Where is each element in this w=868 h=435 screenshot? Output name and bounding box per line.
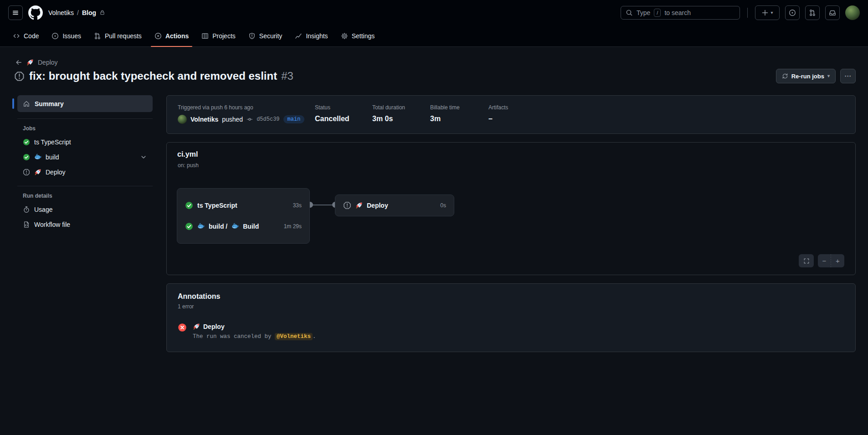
usage-label: Usage (34, 206, 52, 213)
annotation-job[interactable]: Deploy (193, 323, 316, 330)
commit-link[interactable]: d5d5c39 (257, 116, 279, 123)
slash-key-hint: / (654, 9, 661, 17)
workflow-file-label: Workflow file (34, 221, 70, 228)
actor-avatar[interactable] (178, 115, 187, 124)
check-circle-icon (23, 154, 30, 161)
graph-node-deploy[interactable]: Deploy 0s (335, 195, 454, 216)
run-number: #3 (281, 69, 293, 83)
tab-security[interactable]: Security (242, 25, 289, 46)
issues-dashboard-button[interactable] (785, 5, 800, 20)
github-logo[interactable] (28, 5, 43, 20)
rerun-jobs-button[interactable]: Re-run jobs ▾ (776, 69, 836, 83)
tab-label: Settings (352, 32, 375, 40)
stopwatch-icon (23, 206, 30, 213)
sidebar-item-usage[interactable]: Usage (14, 202, 153, 217)
pull-requests-dashboard-button[interactable] (805, 5, 820, 20)
tab-label: Pull requests (105, 32, 142, 40)
fit-to-view-button[interactable] (799, 254, 814, 267)
stop-circle-icon (23, 169, 30, 176)
zoom-out-button[interactable]: − (818, 254, 831, 267)
rocket-icon (26, 59, 34, 66)
check-circle-icon (23, 138, 30, 146)
sidebar-item-summary[interactable]: Summary (17, 95, 153, 112)
run-details-section-label: Run details (23, 193, 153, 199)
graph-node-typescript[interactable]: ts TypeScript 33s (177, 195, 309, 216)
header-divider (747, 8, 748, 18)
job-name: ts TypeScript (34, 138, 71, 146)
tab-label: Insights (306, 32, 328, 40)
user-avatar[interactable] (845, 5, 860, 20)
annotations-title: Annotations (178, 292, 844, 301)
issue-opened-icon (51, 32, 59, 40)
tab-actions[interactable]: Actions (148, 25, 195, 46)
chevron-down-icon[interactable] (140, 154, 147, 161)
run-summary-card: Triggered via push 6 hours ago Volnetiks… (166, 95, 856, 134)
stat-value: 3m 0s (372, 115, 430, 123)
sidebar-job-deploy[interactable]: Deploy (14, 164, 153, 179)
tab-code[interactable]: Code (6, 25, 45, 46)
projects-table-icon (201, 32, 209, 40)
stat-value: Cancelled (315, 115, 372, 123)
caret-down-icon: ▾ (827, 74, 830, 78)
repo-name-link[interactable]: Blog (82, 9, 96, 16)
stop-circle-icon (343, 201, 351, 210)
whale-icon (34, 154, 41, 161)
repo-breadcrumb: Volnetiks / Blog (48, 9, 105, 16)
tab-settings[interactable]: Settings (334, 25, 381, 46)
user-mention[interactable]: @Volnetiks (275, 333, 313, 340)
rocket-icon (193, 323, 200, 330)
actor-link[interactable]: Volnetiks (190, 116, 218, 123)
branch-badge[interactable]: main (283, 115, 305, 123)
jobs-section-label: Jobs (23, 125, 153, 132)
rerun-jobs-label: Re-run jobs (791, 73, 824, 80)
trigger-details: Volnetiks pushed d5d5c39 main (178, 115, 315, 124)
graph-node-build[interactable]: build / Build 1m 29s (177, 216, 309, 237)
graph-node-deploy-card: Deploy 0s (335, 194, 454, 216)
sidebar-job-build[interactable]: build (14, 149, 153, 164)
cancelled-status-icon (14, 71, 25, 82)
node-duration: 33s (293, 202, 302, 209)
tab-pull-requests[interactable]: Pull requests (87, 25, 148, 46)
trigger-label: Triggered via push 6 hours ago (178, 104, 315, 111)
tab-issues[interactable]: Issues (45, 25, 87, 46)
breadcrumb-separator: / (77, 9, 79, 16)
run-breadcrumb: Deploy (15, 59, 856, 66)
create-new-button[interactable]: ▾ (755, 5, 780, 20)
stat-artifacts: Artifacts – (488, 104, 844, 124)
hamburger-menu-button[interactable] (8, 5, 23, 20)
check-circle-icon (185, 201, 193, 210)
rocket-icon (34, 169, 41, 176)
sidebar-item-workflow-file[interactable]: Workflow file (14, 217, 153, 232)
zoom-in-button[interactable]: + (831, 254, 844, 267)
graph-edge (310, 205, 335, 205)
node-name: Deploy (367, 202, 388, 209)
action-text: pushed (222, 116, 243, 123)
kebab-menu-button[interactable]: ⋯ (840, 69, 856, 83)
annotations-card: Annotations 1 error Deploy The run was c… (166, 283, 856, 352)
inbox-button[interactable] (825, 5, 840, 20)
caret-down-icon: ▾ (770, 10, 773, 15)
tab-label: Issues (62, 32, 81, 40)
stat-label: Billable time (430, 104, 488, 111)
search-input[interactable]: Type / to search (621, 6, 740, 20)
code-icon (13, 32, 20, 40)
sidebar-job-typescript[interactable]: ts TypeScript (14, 134, 153, 149)
run-title-text: fix: brought back typecheck and removed … (29, 69, 277, 83)
annotation-item: Deploy The run was canceled by @Volnetik… (178, 323, 844, 340)
gear-icon (341, 32, 348, 40)
search-icon (626, 9, 633, 16)
title-actions: Re-run jobs ▾ ⋯ (776, 69, 856, 83)
shield-icon (248, 32, 256, 40)
workflow-graph-card: ci.yml on: push ts TypeScript 33s (166, 142, 856, 275)
tab-insights[interactable]: Insights (288, 25, 334, 46)
zoom-controls: − + (818, 254, 844, 267)
sidebar-divider (17, 118, 153, 119)
tab-projects[interactable]: Projects (195, 25, 242, 46)
sync-icon (782, 73, 788, 79)
tab-label: Actions (165, 32, 189, 40)
workflow-breadcrumb-link[interactable]: Deploy (38, 59, 58, 66)
commit-icon (247, 116, 253, 123)
repo-owner-link[interactable]: Volnetiks (48, 9, 74, 16)
play-circle-icon (154, 32, 162, 40)
back-button[interactable] (15, 59, 22, 66)
